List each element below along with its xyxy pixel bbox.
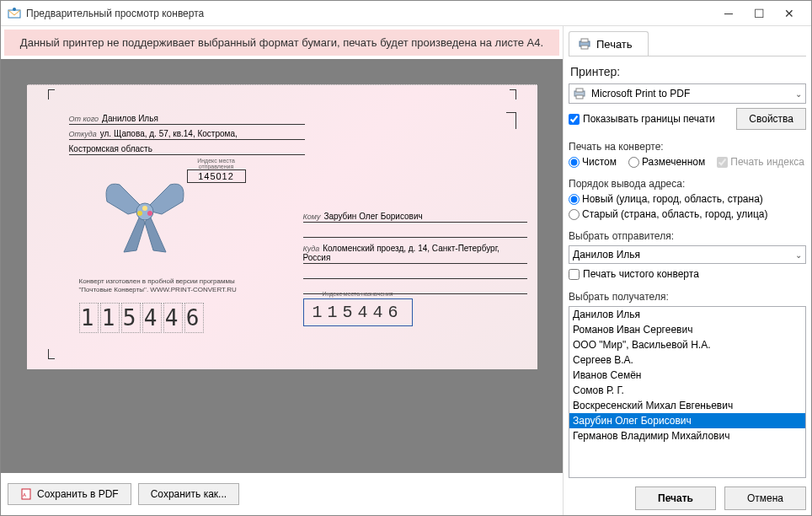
svg-text:A: A (23, 492, 26, 497)
chevron-down-icon: ⌄ (795, 89, 802, 99)
tab-header: Печать (569, 31, 806, 56)
list-item[interactable]: Иванов Семён (569, 368, 805, 383)
sender-block: От когоДанилов Илья Откудаул. Щапова, д.… (69, 112, 305, 158)
radio-order-new[interactable]: Новый (улица, город, область, страна) (569, 193, 763, 205)
print-index-checkbox[interactable]: Печать индекса (717, 156, 804, 168)
maximize-button[interactable]: ☐ (744, 3, 774, 24)
svg-point-1 (13, 8, 16, 11)
list-item[interactable]: ООО "Мир", Васильевой Н.А. (569, 337, 805, 352)
pdf-icon: A (20, 488, 32, 500)
warning-banner: Данный принтер не поддерживает выбранный… (4, 30, 559, 56)
recipient-listbox[interactable]: Данилов ИльяРоманов Иван СергеевичООО "М… (569, 306, 806, 478)
sender-name: Данилов Илья (102, 114, 158, 123)
cancel-button[interactable]: Отмена (724, 486, 806, 510)
svg-rect-12 (576, 89, 583, 92)
sender-select-label: Выбрать отправителя: (569, 230, 806, 242)
bow-image (94, 176, 195, 256)
svg-rect-10 (581, 46, 588, 49)
properties-button[interactable]: Свойства (736, 108, 806, 130)
svg-rect-13 (576, 95, 583, 99)
svg-point-3 (137, 211, 142, 216)
list-item[interactable]: Германов Владимир Михайлович (569, 428, 805, 443)
recipient-select-label: Выбрать получателя: (569, 291, 806, 303)
save-pdf-button[interactable]: A Сохранить в PDF (8, 483, 131, 505)
save-as-button[interactable]: Сохранить как... (138, 483, 239, 505)
recipient-address: Коломенский проезд, д. 14, Санкт-Петербу… (303, 244, 499, 262)
sender-index-box: Индекс места отправления 145012 (187, 158, 246, 183)
radio-blank[interactable]: Чистом (569, 156, 617, 168)
svg-point-5 (142, 206, 147, 211)
print-on-label: Печать на конверте: (569, 141, 806, 153)
bottom-bar: A Сохранить в PDF Сохранить как... (1, 473, 563, 515)
printer-icon (578, 37, 591, 51)
envelope-preview: От когоДанилов Илья Откудаул. Щапова, д.… (27, 84, 537, 369)
printer-dropdown[interactable]: Microsoft Print to PDF ⌄ (569, 83, 806, 104)
app-icon (8, 7, 21, 20)
list-item[interactable]: Сомов Р. Г. (569, 383, 805, 398)
sender-dropdown-value: Данилов Илья (573, 249, 790, 261)
recipient-index: 115446 (303, 298, 413, 326)
print-button[interactable]: Печать (635, 486, 716, 510)
ocr-index: 1 1 5 4 4 6 (79, 303, 204, 333)
watermark: Конверт изготовлен в пробной версии прог… (79, 277, 237, 293)
svg-point-4 (147, 211, 152, 216)
chevron-down-icon: ⌄ (795, 250, 802, 260)
preview-area: От когоДанилов Илья Откудаул. Щапова, д.… (1, 59, 563, 473)
close-button[interactable]: ✕ (774, 3, 804, 24)
show-borders-checkbox[interactable]: Показывать границы печати (569, 113, 715, 125)
blank-envelope-checkbox[interactable]: Печать чистого конверта (569, 268, 699, 280)
list-item[interactable]: Сергеев В.А. (569, 352, 805, 368)
sender-address2: Костромская область (69, 144, 152, 153)
radio-order-old[interactable]: Старый (страна, область, город, улица) (569, 208, 767, 220)
sender-dropdown[interactable]: Данилов Илья ⌄ (569, 245, 806, 264)
list-item[interactable]: Воскресенский Михал Евгеньевич (569, 398, 805, 413)
tab-print[interactable]: Печать (569, 31, 649, 56)
list-item[interactable]: Романов Иван Сергеевич (569, 322, 805, 337)
recipient-index-box: Индекс места назначения 115446 (303, 291, 413, 326)
order-label: Порядок вывода адреса: (569, 178, 806, 190)
sender-address: ул. Щапова, д. 57, кв.14, Кострома, (100, 129, 238, 138)
recipient-block: КомуЗарубин Олег Борисович КудаКоломенск… (303, 210, 527, 298)
radio-marked[interactable]: Размеченном (628, 156, 705, 168)
printer-value: Microsoft Print to PDF (591, 88, 790, 99)
titlebar: Предварительный просмотр конверта ─ ☐ ✕ (1, 1, 811, 26)
list-item[interactable]: Данилов Илья (569, 307, 805, 322)
svg-rect-9 (581, 39, 588, 42)
recipient-name: Зарубин Олег Борисович (323, 212, 422, 221)
printer-label: Принтер: (570, 65, 806, 78)
list-item[interactable]: Зарубин Олег Борисович (569, 413, 805, 428)
sender-index: 145012 (187, 169, 246, 183)
window-title: Предварительный просмотр конверта (26, 8, 713, 19)
printer-icon (573, 87, 586, 100)
minimize-button[interactable]: ─ (713, 3, 744, 24)
